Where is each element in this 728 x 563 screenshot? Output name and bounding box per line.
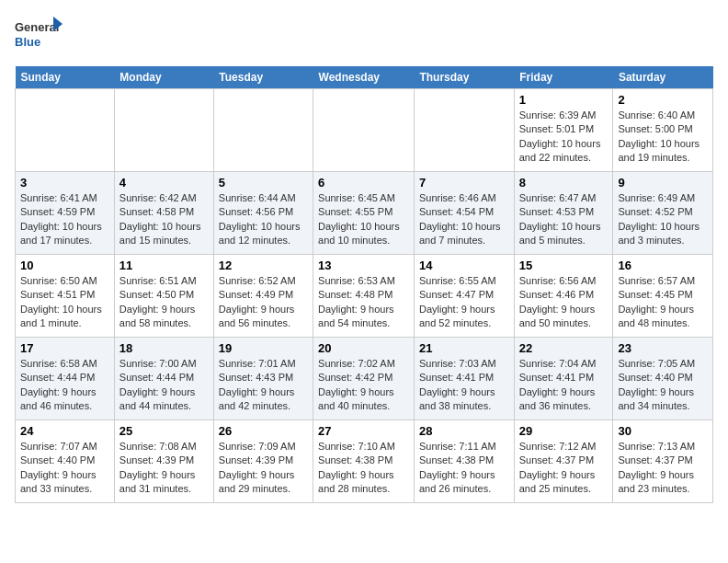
day-number: 3 — [20, 176, 109, 190]
calendar-day-cell: 1Sunrise: 6:39 AM Sunset: 5:01 PM Daylig… — [514, 89, 613, 172]
calendar-day-cell: 27Sunrise: 7:10 AM Sunset: 4:38 PM Dayli… — [313, 420, 415, 503]
day-number: 18 — [119, 341, 209, 355]
day-info: Sunrise: 6:52 AM Sunset: 4:49 PM Dayligh… — [219, 274, 308, 331]
calendar-week-row: 24Sunrise: 7:07 AM Sunset: 4:40 PM Dayli… — [16, 420, 713, 503]
day-number: 2 — [618, 93, 708, 107]
calendar-day-cell — [114, 89, 213, 172]
calendar-header-row: SundayMondayTuesdayWednesdayThursdayFrid… — [16, 66, 713, 89]
calendar-day-cell: 16Sunrise: 6:57 AM Sunset: 4:45 PM Dayli… — [613, 255, 713, 338]
day-number: 12 — [219, 259, 308, 272]
day-number: 13 — [318, 259, 409, 272]
calendar-day-cell: 9Sunrise: 6:49 AM Sunset: 4:52 PM Daylig… — [613, 172, 713, 255]
calendar-day-cell — [16, 89, 115, 172]
day-number: 1 — [519, 93, 609, 107]
day-info: Sunrise: 6:53 AM Sunset: 4:48 PM Dayligh… — [318, 274, 409, 331]
svg-text:Blue: Blue — [15, 35, 40, 49]
day-info: Sunrise: 7:00 AM Sunset: 4:44 PM Dayligh… — [119, 357, 209, 414]
header: GeneralBlue — [15, 15, 713, 55]
calendar-day-cell: 2Sunrise: 6:40 AM Sunset: 5:00 PM Daylig… — [613, 89, 713, 172]
day-info: Sunrise: 7:12 AM Sunset: 4:37 PM Dayligh… — [519, 440, 609, 497]
day-of-week-header: Saturday — [613, 66, 713, 89]
day-number: 4 — [119, 176, 209, 190]
day-info: Sunrise: 7:04 AM Sunset: 4:41 PM Dayligh… — [519, 357, 609, 414]
day-of-week-header: Friday — [514, 66, 613, 89]
day-info: Sunrise: 6:47 AM Sunset: 4:53 PM Dayligh… — [519, 191, 609, 248]
day-number: 14 — [419, 259, 509, 272]
calendar-day-cell: 11Sunrise: 6:51 AM Sunset: 4:50 PM Dayli… — [114, 255, 213, 338]
calendar-day-cell: 14Sunrise: 6:55 AM Sunset: 4:47 PM Dayli… — [414, 255, 514, 338]
day-number: 16 — [618, 259, 708, 272]
calendar-day-cell: 28Sunrise: 7:11 AM Sunset: 4:38 PM Dayli… — [414, 420, 514, 503]
day-info: Sunrise: 6:40 AM Sunset: 5:00 PM Dayligh… — [618, 109, 708, 166]
day-info: Sunrise: 6:55 AM Sunset: 4:47 PM Dayligh… — [419, 274, 509, 331]
calendar-day-cell: 17Sunrise: 6:58 AM Sunset: 4:44 PM Dayli… — [16, 338, 115, 420]
day-number: 5 — [219, 176, 308, 190]
day-info: Sunrise: 6:58 AM Sunset: 4:44 PM Dayligh… — [20, 357, 109, 414]
day-info: Sunrise: 7:09 AM Sunset: 4:39 PM Dayligh… — [219, 440, 308, 497]
day-number: 9 — [618, 176, 708, 190]
calendar-day-cell: 3Sunrise: 6:41 AM Sunset: 4:59 PM Daylig… — [16, 172, 115, 255]
calendar-week-row: 3Sunrise: 6:41 AM Sunset: 4:59 PM Daylig… — [16, 172, 713, 255]
day-number: 8 — [519, 176, 609, 190]
calendar-day-cell: 19Sunrise: 7:01 AM Sunset: 4:43 PM Dayli… — [213, 338, 313, 420]
day-info: Sunrise: 6:56 AM Sunset: 4:46 PM Dayligh… — [519, 274, 609, 331]
day-info: Sunrise: 6:45 AM Sunset: 4:55 PM Dayligh… — [318, 191, 409, 248]
day-number: 30 — [618, 424, 708, 438]
calendar-day-cell: 15Sunrise: 6:56 AM Sunset: 4:46 PM Dayli… — [514, 255, 613, 338]
calendar-day-cell: 24Sunrise: 7:07 AM Sunset: 4:40 PM Dayli… — [16, 420, 115, 503]
day-info: Sunrise: 7:02 AM Sunset: 4:42 PM Dayligh… — [318, 357, 409, 414]
calendar-day-cell: 7Sunrise: 6:46 AM Sunset: 4:54 PM Daylig… — [414, 172, 514, 255]
day-info: Sunrise: 6:49 AM Sunset: 4:52 PM Dayligh… — [618, 191, 708, 248]
day-number: 21 — [419, 341, 509, 355]
calendar-day-cell: 21Sunrise: 7:03 AM Sunset: 4:41 PM Dayli… — [414, 338, 514, 420]
calendar-day-cell — [313, 89, 415, 172]
calendar-week-row: 10Sunrise: 6:50 AM Sunset: 4:51 PM Dayli… — [16, 255, 713, 338]
day-number: 20 — [318, 341, 409, 355]
logo-svg: GeneralBlue — [15, 15, 63, 55]
day-of-week-header: Thursday — [414, 66, 514, 89]
calendar-day-cell: 30Sunrise: 7:13 AM Sunset: 4:37 PM Dayli… — [613, 420, 713, 503]
day-info: Sunrise: 7:07 AM Sunset: 4:40 PM Dayligh… — [20, 440, 109, 497]
day-number: 7 — [419, 176, 509, 190]
calendar-day-cell — [213, 89, 313, 172]
day-number: 15 — [519, 259, 609, 272]
calendar-day-cell: 20Sunrise: 7:02 AM Sunset: 4:42 PM Dayli… — [313, 338, 415, 420]
day-info: Sunrise: 7:08 AM Sunset: 4:39 PM Dayligh… — [119, 440, 209, 497]
calendar-day-cell: 22Sunrise: 7:04 AM Sunset: 4:41 PM Dayli… — [514, 338, 613, 420]
day-info: Sunrise: 6:46 AM Sunset: 4:54 PM Dayligh… — [419, 191, 509, 248]
day-number: 25 — [119, 424, 209, 438]
day-info: Sunrise: 7:03 AM Sunset: 4:41 PM Dayligh… — [419, 357, 509, 414]
calendar-day-cell: 29Sunrise: 7:12 AM Sunset: 4:37 PM Dayli… — [514, 420, 613, 503]
day-number: 10 — [20, 259, 109, 272]
calendar-day-cell: 13Sunrise: 6:53 AM Sunset: 4:48 PM Dayli… — [313, 255, 415, 338]
calendar-week-row: 1Sunrise: 6:39 AM Sunset: 5:01 PM Daylig… — [16, 89, 713, 172]
day-number: 11 — [119, 259, 209, 272]
calendar-day-cell: 6Sunrise: 6:45 AM Sunset: 4:55 PM Daylig… — [313, 172, 415, 255]
day-info: Sunrise: 6:44 AM Sunset: 4:56 PM Dayligh… — [219, 191, 308, 248]
day-number: 26 — [219, 424, 308, 438]
calendar-day-cell: 10Sunrise: 6:50 AM Sunset: 4:51 PM Dayli… — [16, 255, 115, 338]
day-info: Sunrise: 6:50 AM Sunset: 4:51 PM Dayligh… — [20, 274, 109, 331]
calendar-day-cell: 18Sunrise: 7:00 AM Sunset: 4:44 PM Dayli… — [114, 338, 213, 420]
day-of-week-header: Monday — [114, 66, 213, 89]
day-info: Sunrise: 7:11 AM Sunset: 4:38 PM Dayligh… — [419, 440, 509, 497]
calendar-day-cell: 4Sunrise: 6:42 AM Sunset: 4:58 PM Daylig… — [114, 172, 213, 255]
day-number: 22 — [519, 341, 609, 355]
day-number: 29 — [519, 424, 609, 438]
day-info: Sunrise: 7:10 AM Sunset: 4:38 PM Dayligh… — [318, 440, 409, 497]
day-number: 19 — [219, 341, 308, 355]
day-number: 28 — [419, 424, 509, 438]
logo: GeneralBlue — [15, 15, 63, 55]
calendar-day-cell: 8Sunrise: 6:47 AM Sunset: 4:53 PM Daylig… — [514, 172, 613, 255]
day-info: Sunrise: 7:01 AM Sunset: 4:43 PM Dayligh… — [219, 357, 308, 414]
day-info: Sunrise: 7:05 AM Sunset: 4:40 PM Dayligh… — [618, 357, 708, 414]
calendar-day-cell: 26Sunrise: 7:09 AM Sunset: 4:39 PM Dayli… — [213, 420, 313, 503]
day-info: Sunrise: 6:39 AM Sunset: 5:01 PM Dayligh… — [519, 109, 609, 166]
day-number: 23 — [618, 341, 708, 355]
calendar-table: SundayMondayTuesdayWednesdayThursdayFrid… — [15, 66, 713, 503]
calendar-day-cell: 25Sunrise: 7:08 AM Sunset: 4:39 PM Dayli… — [114, 420, 213, 503]
day-of-week-header: Tuesday — [213, 66, 313, 89]
day-number: 6 — [318, 176, 409, 190]
calendar-day-cell: 5Sunrise: 6:44 AM Sunset: 4:56 PM Daylig… — [213, 172, 313, 255]
day-of-week-header: Sunday — [16, 66, 115, 89]
